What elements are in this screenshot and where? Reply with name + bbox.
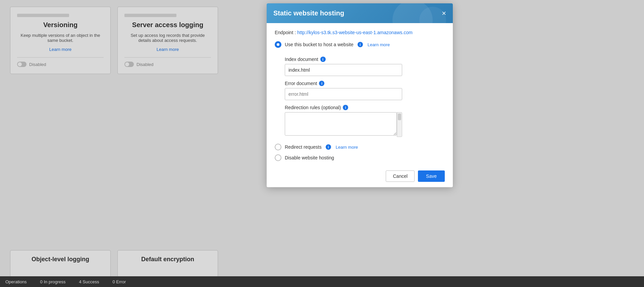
redirect-requests-learn-more[interactable]: Learn more bbox=[336, 145, 358, 150]
redirect-requests-radio[interactable] bbox=[275, 144, 281, 150]
use-bucket-label: Use this bucket to host a website bbox=[285, 42, 354, 47]
redirection-rules-info-icon[interactable]: i bbox=[343, 105, 348, 110]
error-document-input[interactable] bbox=[285, 88, 402, 100]
redirection-rules-label: Redirection rules (optional) i bbox=[285, 105, 445, 110]
textarea-scrollbar[interactable] bbox=[397, 112, 402, 137]
save-button[interactable]: Save bbox=[418, 170, 445, 182]
endpoint-label: Endpoint : bbox=[275, 30, 296, 35]
modal-close-button[interactable]: × bbox=[442, 10, 446, 17]
redirection-rules-textarea[interactable] bbox=[285, 112, 397, 136]
use-bucket-radio[interactable] bbox=[275, 41, 281, 48]
hosting-form-section: Index document i Error document i Redire… bbox=[285, 57, 445, 137]
redirect-requests-info-icon[interactable]: i bbox=[326, 144, 331, 150]
use-bucket-option[interactable]: Use this bucket to host a website i Lear… bbox=[275, 41, 445, 48]
error-document-label: Error document i bbox=[285, 81, 445, 86]
static-website-hosting-modal: Static website hosting × Endpoint : http… bbox=[267, 3, 453, 187]
modal-footer: Cancel Save bbox=[267, 166, 453, 187]
redirect-requests-label: Redirect requests bbox=[285, 144, 322, 150]
disable-hosting-label: Disable website hosting bbox=[285, 155, 334, 160]
index-document-input[interactable] bbox=[285, 64, 402, 76]
disable-hosting-option[interactable]: Disable website hosting bbox=[275, 154, 445, 161]
endpoint-url[interactable]: http://kylos-s3.tk.s3-website-us-east-1.… bbox=[297, 30, 413, 35]
scrollbar-thumb bbox=[398, 114, 401, 120]
error-document-info-icon[interactable]: i bbox=[319, 81, 324, 86]
redirection-rules-wrapper bbox=[285, 112, 402, 137]
disable-hosting-radio[interactable] bbox=[275, 154, 281, 161]
hosting-options-group: Use this bucket to host a website i Lear… bbox=[275, 41, 445, 161]
index-document-label: Index document i bbox=[285, 57, 445, 62]
modal-body: Endpoint : http://kylos-s3.tk.s3-website… bbox=[267, 23, 453, 166]
use-bucket-info-icon[interactable]: i bbox=[358, 42, 363, 47]
index-document-info-icon[interactable]: i bbox=[320, 57, 326, 62]
endpoint-row: Endpoint : http://kylos-s3.tk.s3-website… bbox=[275, 30, 445, 35]
modal-title: Static website hosting bbox=[273, 9, 344, 17]
redirect-requests-option[interactable]: Redirect requests i Learn more bbox=[275, 144, 445, 150]
use-bucket-learn-more[interactable]: Learn more bbox=[368, 42, 390, 47]
cancel-button[interactable]: Cancel bbox=[386, 170, 415, 182]
modal-header: Static website hosting × bbox=[267, 3, 453, 23]
